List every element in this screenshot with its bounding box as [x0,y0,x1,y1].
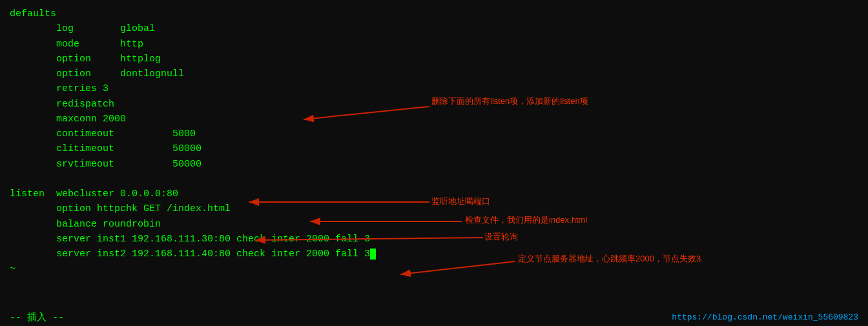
line-srvtimeout: srvtimeout 50000 [10,157,858,172]
line-contimeout: contimeout 5000 [10,127,858,141]
line-option-httplog: option httplog [10,52,858,66]
annotation-round-robin: 设置轮询 [484,231,518,243]
insert-mode-label: -- 插入 -- [10,311,64,323]
annotation-listen-address: 监听地址喝端口 [431,196,490,207]
line-blank [10,172,858,187]
terminal-window: defaults log global mode http option htt… [0,0,868,326]
cursor [370,249,376,260]
line-server-inst1: server inst1 192.168.111.30:80 check int… [10,232,858,247]
line-log: log global [10,21,858,36]
line-clitimeout: clitimeout 50000 [10,141,858,156]
line-retries: retries 3 [10,81,858,96]
line-defaults: defaults [10,6,858,21]
line-balance: balance roundrobin [10,217,858,232]
code-block: defaults log global mode http option htt… [10,6,858,277]
annotation-server-def: 定义节点服务器地址，心跳频率2000，节点失效3 [518,253,701,265]
line-mode: mode http [10,37,858,52]
line-option-dontlognull: option dontlognull [10,66,858,81]
status-bar: -- 插入 -- https://blog.csdn.net/weixin_55… [0,309,868,326]
annotation-check-file: 检查文件，我们用的是index.html [465,214,587,226]
url-label: https://blog.csdn.net/weixin_55609823 [672,312,858,322]
line-maxconn: maxconn 2000 [10,112,858,127]
annotation-delete-listen: 删除下面的所有listen项，添加新的listen项 [431,96,588,107]
line-server-inst2: server inst2 192.168.111.40:80 check int… [10,247,858,261]
line-tilde: ~ [10,261,858,276]
